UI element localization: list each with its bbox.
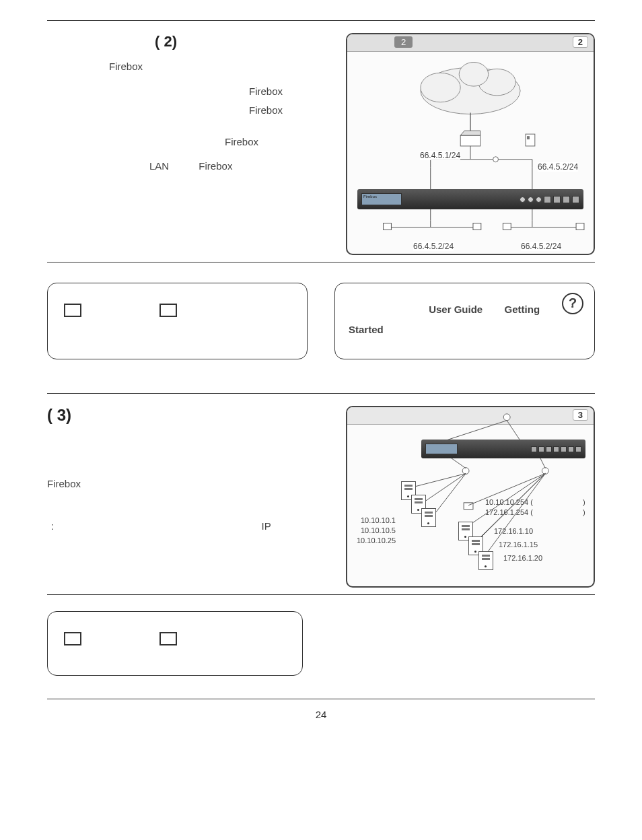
checkbox-icon[interactable] — [159, 304, 177, 317]
ip-label-left: 66.4.5.1/24 — [420, 151, 460, 160]
svg-rect-37 — [464, 503, 473, 510]
svg-point-13 — [493, 157, 499, 162]
section-3-firebox: Firebox — [47, 475, 326, 494]
svg-line-35 — [422, 474, 466, 503]
ip-label: 172.16.1.10 — [494, 527, 533, 535]
getting-text: Getting — [505, 304, 540, 315]
svg-rect-12 — [527, 136, 530, 139]
section-3: ( 3) Firebox : IP 3 — [47, 406, 595, 588]
ip-label: 172.16.1.15 — [499, 540, 538, 549]
svg-rect-5 — [460, 135, 480, 146]
ip-label: 10.10.10.254 () — [485, 498, 585, 506]
svg-rect-23 — [473, 223, 481, 230]
ip-label: 10.10.10.5 — [361, 526, 396, 534]
firebox-device-icon — [421, 440, 585, 458]
diagram-3: 3 — [346, 406, 595, 588]
colon-text: : — [51, 520, 54, 532]
section-2-heading: ( 2) — [47, 33, 326, 50]
card-help-info: ? User Guide Getting Started — [334, 283, 595, 359]
diagram-2-badge-small: 2 — [394, 36, 413, 48]
ip-label: 10.10.10.1 — [361, 516, 396, 524]
help-icon: ? — [562, 293, 583, 314]
ip-label-bottom-right: 66.4.5.2/24 — [521, 242, 561, 251]
section-2-text: ( 2) Firebox Firebox Firebox Firebox LAN… — [47, 33, 326, 182]
svg-rect-22 — [384, 223, 392, 230]
started-text: Started — [349, 324, 384, 335]
svg-rect-11 — [526, 134, 535, 146]
svg-point-1 — [421, 73, 460, 102]
svg-rect-24 — [503, 223, 511, 230]
ip-label: 172.16.1.254 () — [485, 508, 585, 516]
svg-point-3 — [459, 62, 488, 86]
ip-label-right: 66.4.5.2/24 — [538, 162, 578, 172]
server-icon — [421, 508, 436, 527]
section-3-heading: ( 3) — [47, 406, 326, 425]
svg-rect-25 — [576, 223, 584, 230]
diagram-3-header: 3 — [347, 407, 594, 425]
ip-label-bottom-left: 66.4.5.2/24 — [413, 242, 454, 251]
card-checkboxes-1 — [47, 283, 308, 359]
firebox-device-icon: Firebox — [357, 189, 583, 209]
checkbox-icon[interactable] — [64, 632, 81, 645]
checkbox-icon[interactable] — [159, 632, 177, 645]
diagram-2-header: 2 2 — [347, 34, 594, 52]
checkbox-icon[interactable] — [64, 304, 81, 317]
ip-text: IP — [262, 520, 271, 532]
svg-line-31 — [450, 458, 466, 468]
diagram-2-svg — [347, 34, 594, 254]
user-guide-text: User Guide — [429, 304, 483, 315]
ip-label: 10.10.10.25 — [357, 536, 396, 545]
ip-label: 172.16.1.20 — [503, 554, 542, 562]
section-2: ( 2) Firebox Firebox Firebox Firebox LAN… — [47, 33, 595, 255]
svg-point-0 — [421, 67, 520, 114]
server-icon — [478, 551, 493, 570]
section-2-body: Firebox — [47, 57, 326, 77]
diagram-2-badge-right: 2 — [573, 36, 588, 48]
svg-line-32 — [540, 458, 545, 468]
diagram-3-svg — [347, 407, 594, 586]
card-row-2 — [47, 611, 595, 676]
card-checkboxes-2 — [47, 611, 303, 676]
svg-point-2 — [478, 69, 515, 96]
section-3-text: ( 3) Firebox : IP — [47, 406, 326, 541]
page-number: 24 — [47, 699, 595, 720]
diagram-3-badge: 3 — [573, 409, 588, 421]
svg-line-34 — [414, 474, 466, 487]
svg-marker-6 — [460, 131, 480, 135]
diagram-2: 2 2 — [346, 33, 595, 255]
card-row-1: ? User Guide Getting Started — [47, 283, 595, 359]
svg-point-30 — [542, 468, 548, 475]
svg-point-29 — [462, 468, 469, 475]
